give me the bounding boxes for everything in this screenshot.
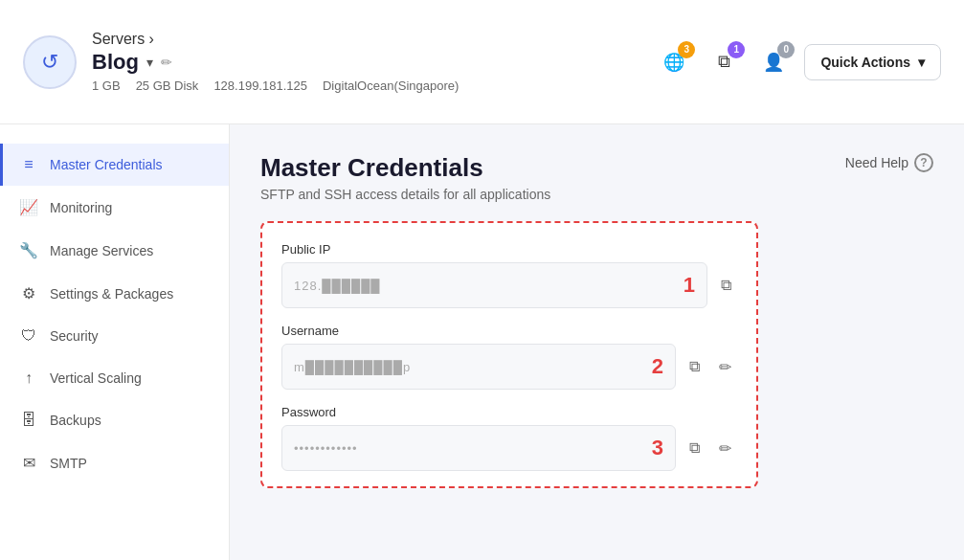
server-name-row: Blog ▾ ✏ <box>92 50 459 75</box>
public-ip-field: Public IP 128.██████ 1 ⧉ <box>281 242 737 308</box>
quick-actions-label: Quick Actions <box>820 55 910 70</box>
server-ip: 128.199.181.125 <box>213 78 307 93</box>
shield-icon: 🛡 <box>19 327 38 345</box>
logo-circle: ↺ <box>23 35 77 89</box>
copy-icon[interactable]: ⧉ <box>715 271 737 300</box>
sidebar-item-label: Backups <box>50 413 101 428</box>
sidebar-item-label: Monitoring <box>50 200 112 215</box>
header-left: ↺ Servers › Blog ▾ ✏ 1 GB 25 GB Disk 128… <box>23 31 459 93</box>
chevron-down-icon: ▾ <box>918 55 925 70</box>
password-input: •••••••••••• 3 <box>281 425 676 471</box>
breadcrumb-text: Servers <box>92 31 145 47</box>
mail-icon: ✉ <box>19 454 38 472</box>
page-title: Master Credentials <box>260 153 550 183</box>
wrench-icon: 🔧 <box>19 241 38 259</box>
need-help-label: Need Help <box>845 155 908 170</box>
server-disk: 25 GB Disk <box>136 78 199 93</box>
www-badge-button[interactable]: 🌐 3 <box>655 43 693 81</box>
breadcrumb[interactable]: Servers › <box>92 31 459 48</box>
sidebar-item-master-credentials[interactable]: ≡ Master Credentials <box>0 144 229 186</box>
sidebar-item-label: Manage Services <box>50 243 153 258</box>
help-icon: ? <box>914 153 933 172</box>
gear-icon: ⚙ <box>19 284 38 302</box>
password-label: Password <box>281 405 737 419</box>
content-title-block: Master Credentials SFTP and SSH access d… <box>260 153 550 202</box>
main-layout: ≡ Master Credentials 📈 Monitoring 🔧 Mana… <box>0 124 964 560</box>
public-ip-input: 128.██████ 1 <box>281 262 707 308</box>
logo-icon: ↺ <box>41 50 58 75</box>
server-name: Blog <box>92 50 139 75</box>
sidebar-item-label: Security <box>50 328 99 344</box>
field-number-2: 2 <box>652 354 663 379</box>
sidebar-item-vertical-scaling[interactable]: ↑ Vertical Scaling <box>0 357 229 399</box>
field-number-1: 1 <box>684 273 695 298</box>
copy-icon[interactable]: ⧉ <box>684 352 706 381</box>
page-subtitle: SFTP and SSH access details for all appl… <box>260 187 550 202</box>
need-help-button[interactable]: Need Help ? <box>845 153 933 172</box>
sidebar-item-settings-packages[interactable]: ⚙ Settings & Packages <box>0 272 229 315</box>
password-value: •••••••••••• <box>294 441 358 456</box>
server-provider: DigitalOcean(Singapore) <box>323 78 459 93</box>
sidebar-item-monitoring[interactable]: 📈 Monitoring <box>0 186 229 229</box>
main-content: Master Credentials SFTP and SSH access d… <box>230 124 964 560</box>
username-value: m██████████p <box>294 360 411 374</box>
monitoring-icon: 📈 <box>19 198 38 216</box>
chevron-down-icon[interactable]: ▾ <box>146 55 153 70</box>
list-icon: ≡ <box>19 156 38 173</box>
sidebar-item-label: SMTP <box>50 456 87 471</box>
header-right: 🌐 3 ⧉ 1 👤 0 Quick Actions ▾ <box>655 43 941 81</box>
copy-icon[interactable]: ⧉ <box>684 434 706 462</box>
server-ram: 1 GB <box>92 78 121 93</box>
quick-actions-button[interactable]: Quick Actions ▾ <box>804 44 941 80</box>
user-badge-button[interactable]: 👤 0 <box>754 43 793 81</box>
public-ip-value: 128.██████ <box>294 279 381 293</box>
content-header: Master Credentials SFTP and SSH access d… <box>260 153 933 202</box>
edit-icon[interactable]: ✏ <box>161 55 172 70</box>
edit-icon[interactable]: ✏ <box>713 434 737 463</box>
header: ↺ Servers › Blog ▾ ✏ 1 GB 25 GB Disk 128… <box>0 0 964 124</box>
field-number-3: 3 <box>652 436 663 460</box>
username-field: Username m██████████p 2 ⧉ ✏ <box>281 324 737 390</box>
sidebar-item-security[interactable]: 🛡 Security <box>0 315 229 357</box>
edit-icon[interactable]: ✏ <box>713 352 737 382</box>
password-input-row: •••••••••••• 3 ⧉ ✏ <box>281 425 737 471</box>
header-info: Servers › Blog ▾ ✏ 1 GB 25 GB Disk 128.1… <box>92 31 459 93</box>
password-field: Password •••••••••••• 3 ⧉ ✏ <box>281 405 737 471</box>
copy-badge-button[interactable]: ⧉ 1 <box>705 43 743 81</box>
breadcrumb-arrow: › <box>149 31 154 47</box>
arrow-up-icon: ↑ <box>19 370 38 387</box>
user-badge-count: 0 <box>777 41 795 58</box>
sidebar-item-manage-services[interactable]: 🔧 Manage Services <box>0 229 229 272</box>
copy-badge-count: 1 <box>728 41 745 58</box>
database-icon: 🗄 <box>19 412 38 429</box>
username-input: m██████████p 2 <box>281 344 676 390</box>
public-ip-input-row: 128.██████ 1 ⧉ <box>281 262 737 308</box>
sidebar-item-backups[interactable]: 🗄 Backups <box>0 399 229 441</box>
sidebar: ≡ Master Credentials 📈 Monitoring 🔧 Mana… <box>0 124 230 560</box>
public-ip-label: Public IP <box>281 242 737 257</box>
sidebar-item-label: Settings & Packages <box>50 286 173 302</box>
www-badge-count: 3 <box>678 41 695 58</box>
credentials-box: Public IP 128.██████ 1 ⧉ Username m█████… <box>260 221 758 488</box>
username-label: Username <box>281 324 737 338</box>
server-meta: 1 GB 25 GB Disk 128.199.181.125 DigitalO… <box>92 78 459 93</box>
sidebar-item-label: Master Credentials <box>50 157 163 172</box>
sidebar-item-smtp[interactable]: ✉ SMTP <box>0 441 229 484</box>
username-input-row: m██████████p 2 ⧉ ✏ <box>281 344 737 390</box>
sidebar-item-label: Vertical Scaling <box>50 370 142 386</box>
